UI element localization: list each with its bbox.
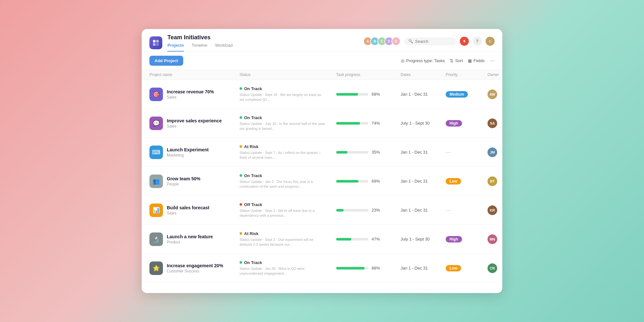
project-dept: People [167, 182, 200, 186]
progress-text: 74% [372, 121, 382, 126]
table-row[interactable]: ⌨ Launch Experiment Marketing At Risk St… [142, 138, 502, 167]
progress-type-icon: ◎ [401, 58, 404, 63]
add-button[interactable]: + [460, 37, 469, 46]
fields-action[interactable]: ▦ Fields [468, 58, 485, 63]
owner-avatar: BT [488, 176, 497, 186]
progress-text: 47% [372, 237, 382, 242]
sort-action[interactable]: ⇅ Sort [450, 58, 463, 63]
status-label: At Risk [244, 231, 259, 236]
status-label: Off Track [244, 202, 262, 207]
project-text: Launch a new feature Product [167, 234, 213, 244]
table-row[interactable]: ⭐ Increase engagement 20% Customer Succe… [142, 254, 502, 283]
progress-cell: 88% [336, 266, 401, 270]
project-dept: Product [167, 240, 213, 244]
help-button[interactable]: ? [473, 37, 482, 46]
project-name: Grow team 50% [167, 176, 200, 181]
header-title-nav: Team Initiatives Projects Timeline Workl… [167, 34, 358, 52]
progress-cell: 35% [336, 150, 401, 155]
project-icon: 👥 [149, 175, 163, 188]
header-nav: Projects Timeline Workload [167, 43, 358, 52]
status-desc: Status Update · Sept 2 · We're off track… [240, 208, 327, 218]
status-cell: At Risk Status Update · Sept 7 · As I re… [240, 144, 336, 160]
status-cell: On Track Status Update · Sept 16 · We ar… [240, 86, 336, 102]
table-row[interactable]: 🎯 Increase revenue 70% Sales On Track St… [142, 80, 502, 109]
project-name: Launch a new feature [167, 234, 213, 239]
dates-cell: Jan 1 - Dec 31 [401, 92, 446, 97]
progress-bar-wrap [336, 93, 368, 96]
table-row[interactable]: 📊 Build sales forecast Sales Off Track S… [142, 196, 502, 225]
status-cell: On Track Status Update · Jan 2 · Our foc… [240, 173, 336, 189]
nav-projects[interactable]: Projects [167, 43, 184, 52]
search-box: 🔍 [404, 37, 456, 45]
progress-cell: 68% [336, 92, 401, 97]
status-desc: Status Update · July 10 · In the second … [240, 121, 327, 131]
nav-workload[interactable]: Workload [215, 43, 233, 52]
priority-cell: Low [446, 265, 488, 271]
progress-text: 68% [372, 92, 382, 97]
progress-cell: 74% [336, 121, 401, 126]
priority-badge: High [446, 120, 462, 127]
owner-cell: BT [488, 176, 502, 186]
priority-none: — [446, 149, 451, 155]
svg-rect-0 [153, 40, 156, 43]
status-desc: Status Update · Sept 16 · We are largely… [240, 92, 327, 102]
status-desc: Status Update · Jan 2 · Our focus this y… [240, 179, 327, 189]
progress-cell: 69% [336, 179, 401, 184]
priority-none: — [446, 207, 451, 213]
status-badge: At Risk [240, 231, 336, 236]
project-name: Increase engagement 20% [167, 263, 223, 268]
app-title: Team Initiatives [167, 34, 358, 41]
project-info: 🔬 Launch a new feature Product [149, 232, 240, 246]
priority-badge: Low [446, 178, 461, 185]
dates-cell: Jan 1 - Dec 31 [401, 179, 446, 184]
status-cell: On Track Status Update · July 10 · In th… [240, 115, 336, 131]
status-dot [240, 174, 242, 177]
priority-cell: — [446, 207, 488, 213]
search-input[interactable] [415, 39, 452, 44]
table-row[interactable]: 👥 Grow team 50% People On Track Status U… [142, 167, 502, 196]
status-dot [240, 145, 242, 148]
status-badge: At Risk [240, 144, 336, 149]
project-icon: ⭐ [149, 261, 163, 275]
status-badge: On Track [240, 86, 336, 91]
team-avatars: A B C D E [363, 37, 401, 46]
progress-bar-wrap [336, 122, 368, 125]
progress-bar-wrap [336, 267, 368, 270]
progress-bar-wrap [336, 209, 368, 212]
status-label: On Track [244, 115, 262, 120]
more-options-icon[interactable]: ··· [490, 57, 495, 64]
fields-label: Fields [473, 58, 485, 63]
project-dept: Sales [167, 95, 214, 99]
table-row[interactable]: 🔬 Launch a new feature Product At Risk S… [142, 225, 502, 254]
project-text: Increase revenue 70% Sales [167, 89, 214, 99]
progress-bar-fill [336, 267, 365, 270]
project-text: Launch Experiment Marketing [167, 147, 209, 157]
status-badge: On Track [240, 260, 336, 265]
project-dept: Marketing [167, 153, 209, 157]
status-dot [240, 116, 242, 119]
nav-timeline[interactable]: Timeline [192, 43, 207, 52]
progress-bar-fill [336, 238, 351, 241]
status-dot [240, 261, 242, 264]
project-icon: ⌨ [149, 146, 163, 159]
svg-rect-1 [156, 40, 159, 43]
search-icon: 🔍 [408, 39, 413, 43]
progress-text: 69% [372, 179, 382, 184]
progress-text: 35% [372, 150, 382, 155]
project-icon: 💬 [149, 117, 163, 130]
app-icon [149, 36, 162, 49]
table-row[interactable]: 💬 Improve sales experience Sales On Trac… [142, 109, 502, 138]
owner-avatar: MN [488, 234, 497, 244]
priority-badge: High [446, 236, 462, 242]
svg-rect-3 [156, 43, 159, 46]
project-text: Improve sales experience Sales [167, 118, 222, 128]
progress-bar-wrap [336, 180, 368, 183]
dates-cell: July 1 - Sept 30 [401, 121, 446, 126]
dates-cell: Jan 1 - Dec 31 [401, 266, 446, 270]
progress-cell: 23% [336, 208, 401, 213]
add-project-button[interactable]: Add Project [149, 56, 183, 66]
progress-type-action[interactable]: ◎ Progress type: Tasks [401, 58, 445, 63]
project-info: 👥 Grow team 50% People [149, 175, 240, 188]
status-desc: Status Update · Jun 30 · Wins in Q2 were… [240, 266, 327, 276]
status-label: At Risk [244, 144, 259, 149]
